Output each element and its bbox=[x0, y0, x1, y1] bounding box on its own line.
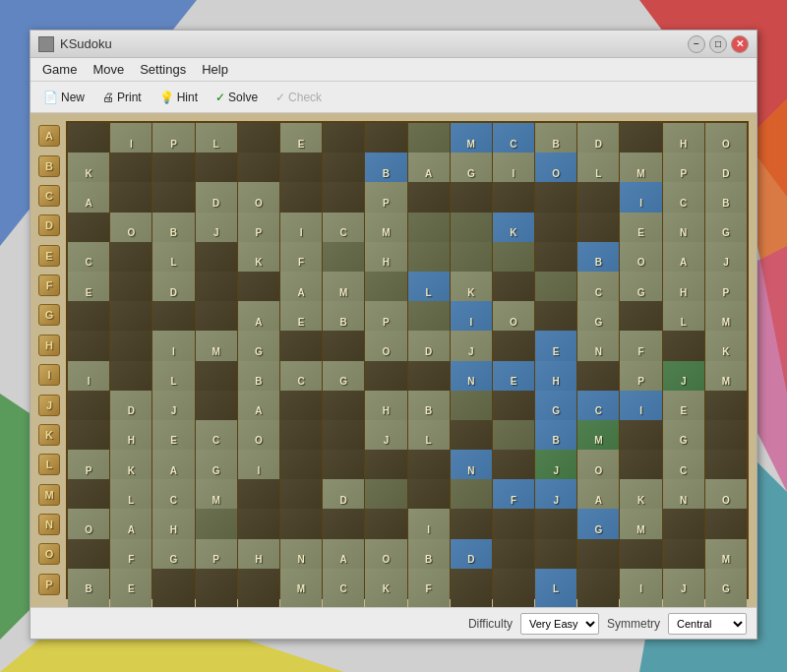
toolbar: New Print Hint Solve Check bbox=[30, 82, 757, 113]
check-button[interactable]: Check bbox=[269, 88, 329, 107]
cell-15-10[interactable] bbox=[493, 569, 534, 607]
difficulty-label: Difficulty bbox=[468, 617, 513, 631]
print-button[interactable]: Print bbox=[95, 88, 149, 107]
hint-icon bbox=[159, 91, 174, 104]
difficulty-select[interactable]: Very Easy Easy Medium Hard bbox=[520, 613, 599, 635]
minimize-icon: − bbox=[694, 38, 699, 49]
close-icon: ✕ bbox=[736, 38, 744, 49]
sudoku-grid: IPLEMCBDHOKBAGIOLMPDADOPICBOBJPICMKENGCL… bbox=[66, 121, 749, 599]
hint-label: Hint bbox=[177, 91, 198, 104]
cell-15-6[interactable]: C bbox=[323, 569, 364, 607]
row-label-H: H bbox=[38, 335, 60, 356]
row-label-G: G bbox=[38, 304, 60, 326]
grid-container: IPLEMCBDHOKBAGIOLMPDADOPICBOBJPICMKENGCL… bbox=[66, 113, 757, 607]
symmetry-select[interactable]: Central None Horizontal Vertical bbox=[668, 613, 747, 635]
solve-label: Solve bbox=[228, 91, 258, 104]
symmetry-label: Symmetry bbox=[607, 617, 660, 631]
row-label-P: P bbox=[38, 574, 60, 595]
maximize-icon: □ bbox=[715, 38, 721, 49]
statusbar: Difficulty Very Easy Easy Medium Hard Sy… bbox=[30, 607, 757, 639]
minimize-button[interactable]: − bbox=[688, 35, 705, 53]
row-label-L: L bbox=[38, 454, 60, 475]
cell-15-8[interactable]: F bbox=[408, 569, 450, 607]
cell-15-0[interactable]: B bbox=[68, 569, 109, 607]
new-label: New bbox=[61, 91, 85, 104]
row-label-K: K bbox=[38, 424, 60, 446]
titlebar: KSudoku − □ ✕ bbox=[30, 31, 757, 58]
row-label-E: E bbox=[38, 245, 60, 267]
row-label-D: D bbox=[38, 214, 60, 236]
new-button[interactable]: New bbox=[36, 88, 91, 107]
row-label-B: B bbox=[38, 155, 60, 177]
row-labels: ABCDEFGHIJKLMNOP bbox=[30, 113, 66, 607]
cell-15-1[interactable]: E bbox=[110, 569, 151, 607]
menu-game[interactable]: Game bbox=[34, 60, 85, 79]
row-label-N: N bbox=[38, 514, 60, 535]
solve-button[interactable]: Solve bbox=[209, 88, 265, 107]
check-label: Check bbox=[288, 91, 322, 104]
cell-15-11[interactable]: L bbox=[535, 569, 576, 607]
main-window: KSudoku − □ ✕ Game Move Settings Help Ne… bbox=[30, 30, 757, 640]
menu-move[interactable]: Move bbox=[85, 60, 132, 79]
print-icon bbox=[102, 91, 114, 104]
hint-button[interactable]: Hint bbox=[152, 88, 205, 107]
row-label-M: M bbox=[38, 484, 60, 506]
cell-15-5[interactable]: M bbox=[280, 569, 322, 607]
cell-15-9[interactable] bbox=[451, 569, 492, 607]
cell-15-2[interactable] bbox=[152, 569, 194, 607]
menubar: Game Move Settings Help bbox=[30, 58, 757, 82]
cell-15-4[interactable] bbox=[238, 569, 279, 607]
cell-15-15[interactable]: G bbox=[705, 569, 747, 607]
solve-icon bbox=[215, 91, 225, 104]
row-label-A: A bbox=[38, 125, 60, 147]
menu-settings[interactable]: Settings bbox=[132, 60, 194, 79]
check-icon bbox=[275, 91, 285, 104]
row-label-C: C bbox=[38, 185, 60, 207]
titlebar-controls: − □ ✕ bbox=[688, 35, 749, 53]
ksudoku-icon bbox=[38, 36, 54, 52]
titlebar-left: KSudoku bbox=[38, 36, 112, 52]
menu-help[interactable]: Help bbox=[194, 60, 236, 79]
close-button[interactable]: ✕ bbox=[731, 35, 749, 53]
new-icon bbox=[43, 91, 58, 104]
titlebar-title: KSudoku bbox=[60, 36, 112, 51]
print-label: Print bbox=[117, 91, 142, 104]
cell-15-7[interactable]: K bbox=[365, 569, 406, 607]
cell-15-3[interactable] bbox=[196, 569, 237, 607]
content-area: ABCDEFGHIJKLMNOP IPLEMCBDHOKBAGIOLMPDADO… bbox=[30, 113, 757, 607]
maximize-button[interactable]: □ bbox=[709, 35, 727, 53]
row-label-I: I bbox=[38, 364, 60, 386]
cell-15-14[interactable]: J bbox=[663, 569, 704, 607]
row-label-J: J bbox=[38, 395, 60, 416]
row-label-F: F bbox=[38, 275, 60, 296]
cell-15-13[interactable]: I bbox=[620, 569, 661, 607]
row-label-O: O bbox=[38, 543, 60, 565]
cell-15-12[interactable] bbox=[577, 569, 619, 607]
